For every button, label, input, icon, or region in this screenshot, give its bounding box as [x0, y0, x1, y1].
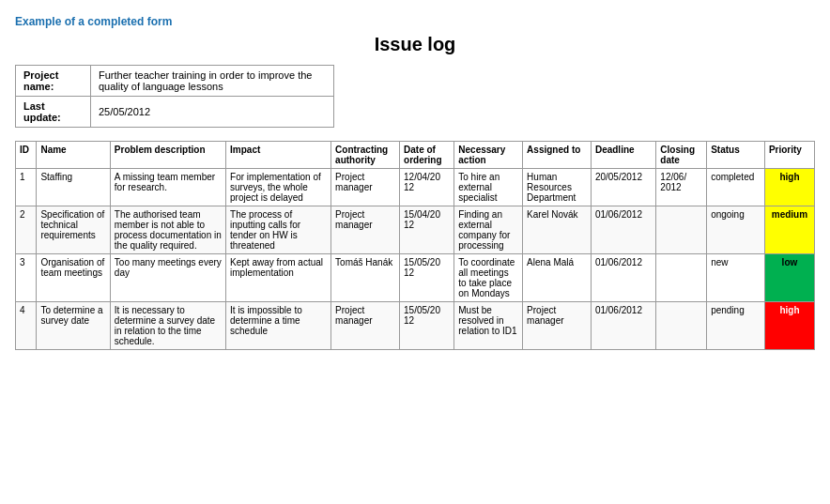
project-info-table: Project name: Further teacher training i… [15, 65, 334, 128]
cell-name: Staffing [37, 169, 110, 206]
cell-problem_description: A missing team member for research. [110, 169, 225, 206]
cell-status: completed [707, 169, 765, 206]
cell-date_of_ordering: 15/05/20 12 [400, 302, 454, 350]
cell-closing_date: 12/06/ 2012 [656, 169, 707, 206]
last-update-value: 25/05/2012 [91, 97, 334, 128]
cell-necessary_action: To coordinate all meetings to take place… [454, 254, 523, 302]
cell-priority: high [764, 169, 814, 206]
cell-status: ongoing [707, 206, 765, 254]
cell-deadline: 20/05/2012 [591, 169, 655, 206]
cell-date_of_ordering: 15/05/20 12 [400, 254, 454, 302]
header-id: ID [16, 142, 37, 169]
cell-name: Organisation of team meetings [37, 254, 110, 302]
cell-problem_description: The authorised team member is not able t… [110, 206, 225, 254]
table-row: 1StaffingA missing team member for resea… [16, 169, 815, 206]
cell-status: pending [707, 302, 765, 350]
cell-impact: The process of inputting calls for tende… [226, 206, 331, 254]
cell-contracting_authority: Project manager [331, 206, 400, 254]
cell-date_of_ordering: 12/04/20 12 [400, 169, 454, 206]
header-assigned: Assigned to [523, 142, 592, 169]
cell-priority: high [764, 302, 814, 350]
cell-assigned_to: Project manager [523, 302, 592, 350]
cell-contracting_authority: Project manager [331, 302, 400, 350]
cell-closing_date [656, 254, 707, 302]
project-name-value: Further teacher training in order to imp… [91, 66, 334, 97]
cell-impact: Kept away from actual implementation [226, 254, 331, 302]
cell-problem_description: Too many meetings every day [110, 254, 225, 302]
cell-necessary_action: To hire an external specialist [454, 169, 523, 206]
cell-impact: It is impossible to determine a time sch… [226, 302, 331, 350]
header-contracting: Contracting authority [331, 142, 400, 169]
cell-problem_description: It is necessary to determine a survey da… [110, 302, 225, 350]
cell-assigned_to: Karel Novák [523, 206, 592, 254]
cell-necessary_action: Must be resolved in relation to ID1 [454, 302, 523, 350]
cell-closing_date [656, 302, 707, 350]
cell-id: 4 [16, 302, 37, 350]
cell-impact: For implementation of surveys, the whole… [226, 169, 331, 206]
cell-closing_date [656, 206, 707, 254]
table-row: 2Specification of technical requirements… [16, 206, 815, 254]
table-row: 3Organisation of team meetingsToo many m… [16, 254, 815, 302]
cell-priority: low [764, 254, 814, 302]
cell-date_of_ordering: 15/04/20 12 [400, 206, 454, 254]
header-impact: Impact [226, 142, 331, 169]
header-deadline: Deadline [591, 142, 655, 169]
cell-deadline: 01/06/2012 [591, 206, 655, 254]
cell-id: 1 [16, 169, 37, 206]
cell-necessary_action: Finding an external company for processi… [454, 206, 523, 254]
header-priority: Priority [764, 142, 814, 169]
header-status: Status [707, 142, 765, 169]
cell-name: To determine a survey date [37, 302, 110, 350]
cell-assigned_to: Human Resources Department [523, 169, 592, 206]
cell-id: 3 [16, 254, 37, 302]
cell-deadline: 01/06/2012 [591, 302, 655, 350]
issue-log-table: ID Name Problem description Impact Contr… [15, 141, 815, 350]
header-problem: Problem description [110, 142, 225, 169]
cell-name: Specification of technical requirements [37, 206, 110, 254]
cell-id: 2 [16, 206, 37, 254]
cell-contracting_authority: Tomáš Hanák [331, 254, 400, 302]
cell-assigned_to: Alena Malá [523, 254, 592, 302]
last-update-label: Last update: [16, 97, 91, 128]
cell-deadline: 01/06/2012 [591, 254, 655, 302]
cell-priority: medium [764, 206, 814, 254]
page-title: Issue log [15, 34, 815, 55]
header-closing: Closing date [656, 142, 707, 169]
table-row: 4To determine a survey dateIt is necessa… [16, 302, 815, 350]
cell-status: new [707, 254, 765, 302]
header-name: Name [37, 142, 110, 169]
project-name-label: Project name: [16, 66, 91, 97]
header-necessary: Necessary action [454, 142, 523, 169]
header-date: Date of ordering [400, 142, 454, 169]
cell-contracting_authority: Project manager [331, 169, 400, 206]
example-label: Example of a completed form [15, 15, 815, 28]
